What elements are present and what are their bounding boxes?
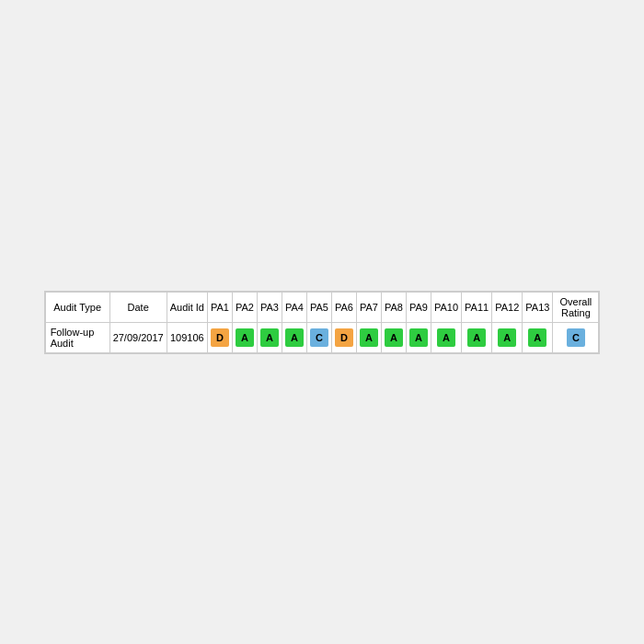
badge-pa5: C xyxy=(310,328,328,347)
cell-pa13: A xyxy=(523,322,553,352)
badge-pa6: D xyxy=(335,328,353,347)
badge-pa4: A xyxy=(285,328,304,347)
cell-pa3: A xyxy=(258,322,282,352)
header-audit-type: Audit Type xyxy=(45,292,109,322)
cell-pa5: C xyxy=(307,322,332,352)
badge-pa8: A xyxy=(385,328,403,347)
badge-pa11: A xyxy=(467,328,486,347)
header-pa9: PA9 xyxy=(407,292,431,322)
cell-pa6: D xyxy=(332,322,357,352)
cell-audit-type: Follow-up Audit xyxy=(45,322,109,352)
cell-pa12: A xyxy=(492,322,523,352)
audit-table-wrapper: Audit Type Date Audit Id PA1 PA2 PA3 PA4… xyxy=(44,291,601,354)
badge-pa7: A xyxy=(360,328,378,347)
cell-pa11: A xyxy=(462,322,492,352)
header-date: Date xyxy=(109,292,167,322)
cell-pa8: A xyxy=(382,322,407,352)
cell-pa1: D xyxy=(208,322,233,352)
header-audit-id: Audit Id xyxy=(167,292,207,322)
header-pa1: PA1 xyxy=(208,292,233,322)
header-pa13: PA13 xyxy=(523,292,553,322)
cell-pa10: A xyxy=(431,322,462,352)
badge-pa10: A xyxy=(437,328,455,347)
cell-pa9: A xyxy=(407,322,431,352)
cell-audit-id: 109106 xyxy=(167,322,207,352)
audit-table: Audit Type Date Audit Id PA1 PA2 PA3 PA4… xyxy=(45,292,600,353)
badge-pa9: A xyxy=(409,328,428,347)
badge-pa3: A xyxy=(260,328,279,347)
badge-overall-rating: C xyxy=(567,328,585,347)
header-pa7: PA7 xyxy=(357,292,382,322)
header-pa3: PA3 xyxy=(258,292,282,322)
header-overall-rating: Overall Rating xyxy=(553,292,599,322)
header-pa10: PA10 xyxy=(431,292,462,322)
cell-pa4: A xyxy=(282,322,307,352)
cell-overall-rating: C xyxy=(553,322,599,352)
header-pa2: PA2 xyxy=(233,292,258,322)
header-pa4: PA4 xyxy=(282,292,307,322)
header-pa6: PA6 xyxy=(332,292,357,322)
cell-pa7: A xyxy=(357,322,382,352)
badge-pa1: D xyxy=(211,328,229,347)
header-pa5: PA5 xyxy=(307,292,332,322)
badge-pa12: A xyxy=(498,328,516,347)
table-row: Follow-up Audit27/09/2017109106DAAACDAAA… xyxy=(45,322,599,352)
badge-pa2: A xyxy=(236,328,254,347)
header-pa11: PA11 xyxy=(462,292,492,322)
header-pa12: PA12 xyxy=(492,292,523,322)
cell-date: 27/09/2017 xyxy=(109,322,167,352)
badge-pa13: A xyxy=(528,328,546,347)
header-pa8: PA8 xyxy=(382,292,407,322)
cell-pa2: A xyxy=(233,322,258,352)
